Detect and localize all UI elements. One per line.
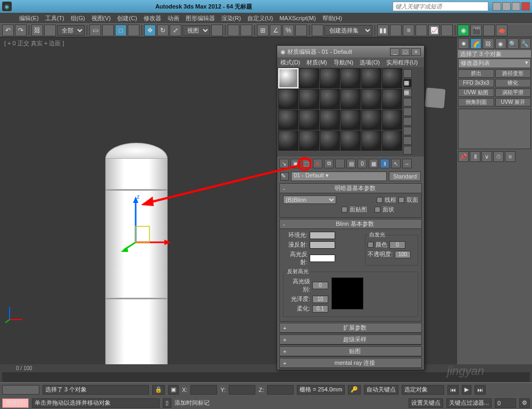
material-slot[interactable] [382,110,402,130]
next-key-button[interactable]: ⏭ [475,385,486,395]
render-button[interactable]: 🫖 [496,24,508,36]
script-listener[interactable] [2,385,39,395]
rotate-button[interactable]: ↻ [157,24,169,36]
diffuse-swatch[interactable] [310,241,335,249]
material-slot[interactable] [361,110,381,130]
material-slot[interactable] [320,130,340,151]
make-unique-button[interactable]: ∨ [481,151,492,162]
material-slot[interactable] [320,89,340,109]
help-search-input[interactable] [393,2,488,11]
specular-swatch[interactable] [310,255,335,262]
tab-create[interactable]: ✹ [458,38,469,49]
material-slot[interactable] [361,68,381,88]
render-frame-button[interactable] [483,24,495,36]
autokey-button[interactable]: 自动关键点 [364,385,398,395]
twosided-checkbox[interactable] [398,197,404,203]
assign-to-selection-button[interactable]: ⬚ [302,159,311,168]
z-field[interactable] [267,385,294,395]
menu-render[interactable]: 渲染(R) [221,14,241,22]
material-slot[interactable] [340,89,361,109]
graphite-button[interactable] [415,24,427,36]
menu-group[interactable]: 组(G) [71,14,85,22]
material-slot[interactable] [278,110,298,130]
mod-extrude[interactable]: 挤出 [458,69,494,78]
rollout-shader-params[interactable]: -明暗器基本参数 [280,184,421,193]
material-slot[interactable] [382,130,402,151]
sample-uv-button[interactable] [403,98,412,107]
rollout-extended[interactable]: +扩展参数 [280,323,421,333]
viewport-label[interactable]: [ + 0 正交 真实 + 边面 ] [4,39,64,47]
soften-spinner[interactable]: 0.1 [312,305,328,313]
backlight-button[interactable]: ▦ [403,79,412,87]
matlib-button[interactable] [403,146,412,154]
material-slot[interactable] [299,110,319,130]
material-slot[interactable] [340,130,361,151]
align-button[interactable] [390,24,402,36]
dialog-minimize-button[interactable]: _ [390,48,400,56]
play-button[interactable]: ▶ [462,385,471,395]
show-end-button[interactable]: Ⅱ [470,151,480,162]
pin-stack-button[interactable]: 📌 [458,151,469,162]
manipulate-button[interactable] [228,24,239,36]
material-slot[interactable] [340,68,361,88]
mod-turbosmooth[interactable]: 涡轮平滑 [495,88,531,97]
ref-coord-dropdown[interactable]: 视图 [182,25,210,36]
glossiness-spinner[interactable]: 10 [312,296,328,303]
go-sibling-button[interactable]: ↔ [402,159,412,168]
tab-display[interactable]: 🔍 [508,38,519,49]
material-slot[interactable] [382,68,402,88]
menu-edit[interactable]: 编辑(E) [19,14,39,22]
menu-help[interactable]: 帮助(H) [322,14,342,22]
pick-button[interactable]: ✎ [280,172,289,181]
tab-motion[interactable]: ◉ [495,38,506,49]
scale-button[interactable]: ⤢ [170,24,181,36]
setkey-button[interactable]: 设置关键点 [409,398,443,408]
go-parent-button[interactable]: ↖ [391,159,401,168]
mod-bevel[interactable]: 倒角剖面 [458,98,494,107]
put-to-scene-button[interactable]: ▣ [290,159,300,168]
reset-map-button[interactable]: ✕ [313,159,322,168]
dialog-close-button[interactable]: × [411,48,421,56]
percent-snap-button[interactable]: % [282,24,294,36]
rollout-mentalray[interactable]: +mental ray 连接 [280,358,421,368]
material-type-button[interactable]: Standard [389,171,421,181]
material-editor-titlebar[interactable]: ◉ 材质编辑器 - 01 - Default _ □ × [277,46,424,58]
key-icon[interactable]: 🔑 [348,385,361,395]
put-to-lib-button[interactable]: ▤ [346,159,356,168]
make-unique-button[interactable] [335,159,345,168]
tab-utilities[interactable]: 🔧 [520,38,531,49]
mat-menu-mode[interactable]: 模式(D) [280,59,300,67]
wire-checkbox[interactable] [377,197,383,203]
x-field[interactable] [190,385,217,395]
menu-tools[interactable]: 工具(T) [45,14,64,22]
cylinder-object[interactable] [105,143,168,373]
material-slot[interactable] [278,130,298,151]
mod-uvwmap[interactable]: UVW 贴图 [458,88,494,97]
undo-button[interactable]: ↶ [2,24,14,36]
get-material-button[interactable]: ↘ [279,159,289,168]
pivot-button[interactable] [211,24,223,36]
named-selset-dropdown[interactable]: 创建选择集 [325,25,372,36]
video-check-button[interactable] [403,108,412,116]
sample-type-button[interactable] [403,69,412,78]
unlink-button[interactable] [44,24,56,36]
options-button[interactable] [403,127,412,135]
configure-button[interactable]: ≡ [505,151,516,162]
keyfilters-button[interactable]: 关键点过滤器... [446,398,492,408]
background-button[interactable]: ▦ [403,88,412,97]
link-button[interactable]: ⛓ [31,24,43,36]
mat-menu-util[interactable]: 实用程序(U) [386,59,418,67]
edit-selection-button[interactable] [312,24,323,36]
keyboard-shortcut-button[interactable] [240,24,252,36]
material-slot[interactable] [340,110,361,130]
material-slot-1[interactable] [278,68,298,88]
material-editor-button[interactable]: ◉ [458,24,469,36]
remove-mod-button[interactable]: ♲ [493,151,504,162]
material-slot[interactable] [320,110,340,130]
view-cube[interactable] [425,87,445,108]
select-by-mat-button[interactable] [403,136,412,145]
curve-editor-button[interactable]: 📈 [428,24,440,36]
frame-field[interactable]: 0 [495,398,516,408]
rollout-maps[interactable]: +贴图 [280,347,421,356]
render-setup-button[interactable]: 🎬 [470,24,482,36]
